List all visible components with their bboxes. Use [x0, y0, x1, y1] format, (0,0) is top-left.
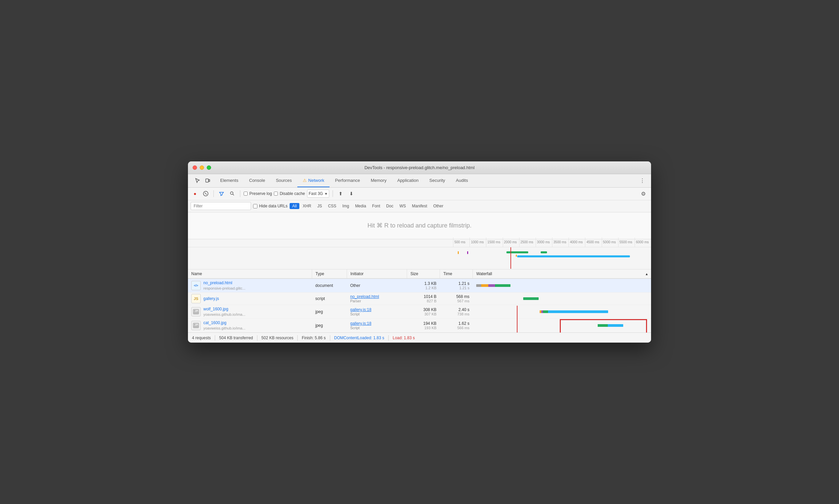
throttle-select[interactable]: Fast 3G ▼ — [307, 190, 329, 198]
filter-chip-manifest[interactable]: Manifest — [409, 203, 430, 209]
table-row[interactable]: cat_1600.jpg yoavweiss.github.io/ima... … — [188, 319, 651, 332]
domcontentloaded-line — [511, 247, 511, 269]
table-row[interactable]: JS gallery.js script no_preload.html Par… — [188, 292, 651, 305]
filename-3: wolf_1600.jpg — [203, 306, 245, 312]
tab-application[interactable]: Application — [392, 174, 424, 187]
titlebar: DevTools - responsive-preload.glitch.me/… — [188, 161, 651, 174]
ruler-tick-3000: 3000 ms — [536, 238, 552, 247]
header-initiator[interactable]: Initiator — [347, 269, 407, 278]
close-button[interactable] — [193, 165, 197, 170]
tab-sources[interactable]: Sources — [270, 174, 297, 187]
filmstrip-area: Hit ⌘ R to reload and capture filmstrip. — [188, 212, 651, 239]
header-name[interactable]: Name — [188, 269, 312, 278]
time-cell-1: 1.21 s 1.21 s — [440, 278, 473, 293]
import-har-button[interactable]: ⬆ — [336, 189, 345, 198]
timeline-bar-blue — [517, 255, 630, 257]
filter-icon[interactable] — [217, 189, 226, 198]
ruler-tick-2000: 2000 ms — [503, 238, 519, 247]
filter-chips: All XHR JS CSS Img Media Font Doc WS Man… — [290, 203, 446, 209]
filter-chip-media[interactable]: Media — [352, 203, 369, 209]
tab-security[interactable]: Security — [424, 174, 450, 187]
wf-stall-1 — [476, 284, 481, 287]
wf-receive-2 — [523, 297, 539, 300]
table-row[interactable]: wolf_1600.jpg yoavweiss.github.io/ima...… — [188, 305, 651, 319]
size-cell-4: 194 KB 193 KB — [407, 319, 440, 332]
clear-button[interactable] — [201, 189, 210, 198]
filter-chip-doc[interactable]: Doc — [383, 203, 396, 209]
minimize-button[interactable] — [200, 165, 204, 170]
filter-chip-css[interactable]: CSS — [325, 203, 339, 209]
header-time[interactable]: Time — [440, 269, 473, 278]
url-3: yoavweiss.github.io/ima... — [203, 312, 245, 317]
device-toolbar-icon[interactable] — [203, 176, 212, 185]
timeline-marker-purple — [467, 251, 468, 254]
filter-chip-all[interactable]: All — [290, 203, 299, 209]
initiator-cell-2: no_preload.html Parser — [347, 292, 407, 305]
maximize-button[interactable] — [207, 165, 211, 170]
more-options-icon[interactable]: ⋮ — [637, 176, 648, 185]
network-settings-icon[interactable]: ⚙ — [638, 189, 648, 198]
header-waterfall[interactable]: Waterfall ▲ — [473, 269, 651, 278]
initiator-cell-1: Other — [347, 278, 407, 293]
status-requests: 4 requests — [192, 336, 211, 340]
waterfall-sort-icon[interactable]: ▲ — [645, 272, 648, 275]
svg-rect-1 — [209, 180, 210, 182]
disable-cache-label[interactable]: Disable cache — [274, 191, 305, 196]
header-size[interactable]: Size — [407, 269, 440, 278]
ruler-tick-6000: 6000 ms — [635, 238, 651, 247]
table-row[interactable]: </> no_preload.html responsive-preload.g… — [188, 278, 651, 293]
warn-icon: ⚠ — [303, 178, 307, 183]
size-cell-1: 1.3 KB 1.2 KB — [407, 278, 440, 293]
table-body: </> no_preload.html responsive-preload.g… — [188, 278, 651, 332]
preserve-log-label[interactable]: Preserve log — [244, 191, 272, 196]
header-type[interactable]: Type — [312, 269, 347, 278]
svg-point-4 — [231, 192, 233, 195]
tab-network[interactable]: ⚠ Network — [297, 174, 330, 187]
toolbar-sep-3 — [333, 190, 333, 197]
filename-2: gallery.js — [203, 296, 219, 302]
ruler-tick-4000: 4000 ms — [569, 238, 585, 247]
export-har-button[interactable]: ⬇ — [347, 189, 356, 198]
wf-send-3 — [543, 310, 548, 313]
url-4: yoavweiss.github.io/ima... — [203, 326, 245, 331]
tab-elements[interactable]: Elements — [215, 174, 244, 187]
tab-console[interactable]: Console — [244, 174, 270, 187]
tabbar-right: ⋮ — [637, 174, 651, 187]
disable-cache-checkbox[interactable] — [274, 192, 278, 196]
size-cell-3: 308 KB 307 KB — [407, 305, 440, 319]
window-controls — [193, 165, 211, 170]
status-sep-2 — [257, 335, 257, 341]
filter-chip-js[interactable]: JS — [315, 203, 324, 209]
filter-chip-font[interactable]: Font — [370, 203, 383, 209]
tab-performance[interactable]: Performance — [329, 174, 365, 187]
filter-chip-other[interactable]: Other — [431, 203, 446, 209]
svg-line-3 — [205, 193, 207, 195]
wf-ssl-1 — [488, 284, 495, 287]
svg-point-7 — [194, 310, 195, 311]
status-sep-3 — [297, 335, 298, 341]
time-cell-4: 1.62 s 566 ms — [440, 319, 473, 332]
wf-green-4 — [598, 324, 608, 327]
inspect-icon[interactable] — [193, 176, 202, 185]
search-icon[interactable] — [228, 189, 237, 198]
name-cell-1: </> no_preload.html responsive-preload.g… — [188, 278, 312, 293]
filter-chip-img[interactable]: Img — [340, 203, 352, 209]
name-cell-2: JS gallery.js — [188, 292, 312, 305]
time-cell-3: 2.40 s 738 ms — [440, 305, 473, 319]
hide-data-urls-checkbox[interactable] — [253, 204, 257, 209]
status-sep-4 — [330, 335, 330, 341]
status-load: Load: 1.83 s — [393, 336, 415, 340]
preserve-log-checkbox[interactable] — [244, 192, 248, 196]
record-button[interactable]: ● — [191, 189, 199, 198]
timeline-bar-green-1 — [506, 251, 528, 253]
filter-chip-ws[interactable]: WS — [397, 203, 408, 209]
tab-memory[interactable]: Memory — [365, 174, 392, 187]
network-table: Name Type Initiator Size Time — [188, 269, 651, 333]
filter-chip-xhr[interactable]: XHR — [300, 203, 314, 209]
tab-audits[interactable]: Audits — [450, 174, 473, 187]
file-icon-js: JS — [191, 294, 201, 303]
filter-input[interactable] — [191, 202, 251, 210]
status-transferred: 504 KB transferred — [219, 336, 253, 340]
name-cell-4: cat_1600.jpg yoavweiss.github.io/ima... — [188, 319, 312, 332]
hide-data-urls-label[interactable]: Hide data URLs — [253, 204, 288, 209]
